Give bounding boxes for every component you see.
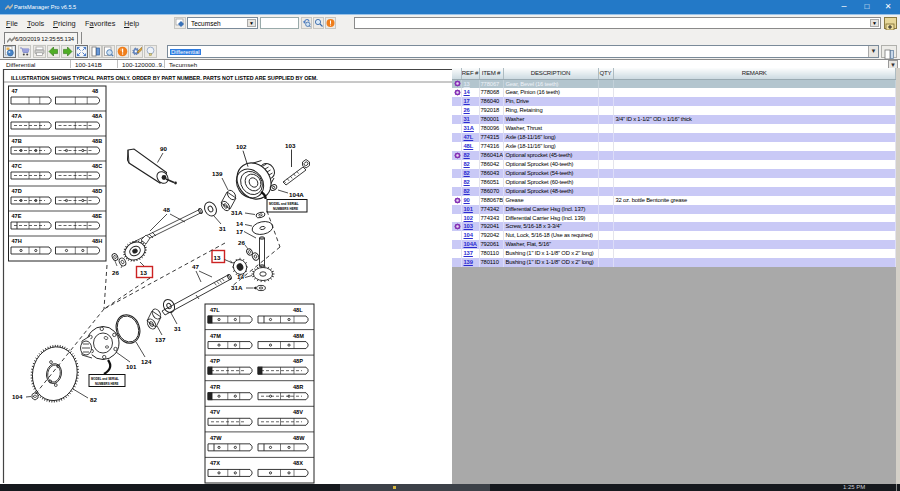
svg-text:48: 48 (163, 206, 170, 213)
svg-text:48V: 48V (293, 409, 303, 415)
svg-text:48: 48 (92, 88, 98, 94)
svg-text:47E: 47E (12, 213, 22, 219)
svg-text:47C: 47C (12, 163, 22, 169)
svg-text:48E: 48E (92, 213, 102, 219)
svg-text:17: 17 (236, 228, 243, 235)
svg-text:47R: 47R (210, 384, 220, 390)
svg-text:48B: 48B (92, 138, 102, 144)
svg-text:47: 47 (192, 263, 199, 270)
svg-text:48W: 48W (293, 435, 305, 441)
svg-text:31: 31 (219, 225, 226, 232)
svg-text:102: 102 (236, 143, 247, 150)
svg-text:82: 82 (90, 396, 97, 403)
svg-text:14: 14 (236, 220, 243, 227)
svg-text:47H: 47H (12, 238, 22, 244)
svg-text:47B: 47B (12, 138, 22, 144)
svg-text:101: 101 (126, 363, 137, 370)
svg-text:48H: 48H (92, 238, 102, 244)
svg-text:MODEL and SERIAL: MODEL and SERIAL (91, 377, 119, 381)
svg-text:48C: 48C (92, 163, 102, 169)
svg-text:139: 139 (212, 170, 223, 177)
svg-text:47V: 47V (210, 409, 220, 415)
svg-text:13: 13 (214, 254, 221, 261)
svg-text:MODEL and SERIAL: MODEL and SERIAL (269, 202, 299, 206)
svg-text:NUMBERS HERE: NUMBERS HERE (95, 382, 119, 386)
svg-text:47M: 47M (210, 333, 221, 339)
svg-text:104A: 104A (289, 191, 304, 198)
svg-text:31A: 31A (231, 284, 243, 291)
svg-text:137: 137 (155, 336, 166, 343)
svg-text:48A: 48A (92, 113, 102, 119)
svg-text:13: 13 (140, 269, 147, 276)
svg-text:47L: 47L (210, 307, 220, 313)
svg-text:90: 90 (160, 145, 167, 152)
svg-text:26: 26 (238, 239, 245, 246)
svg-text:48P: 48P (293, 358, 303, 364)
svg-text:47P: 47P (210, 358, 220, 364)
svg-text:48X: 48X (293, 460, 303, 466)
svg-text:31A: 31A (231, 209, 243, 216)
svg-text:48D: 48D (92, 188, 102, 194)
svg-text:103: 103 (285, 142, 296, 149)
svg-text:31: 31 (174, 325, 181, 332)
svg-text:47: 47 (12, 88, 18, 94)
svg-text:47A: 47A (12, 113, 22, 119)
svg-text:47W: 47W (210, 435, 222, 441)
svg-text:104: 104 (12, 393, 23, 400)
svg-text:124: 124 (141, 358, 152, 365)
svg-text:48L: 48L (293, 307, 303, 313)
svg-text:48R: 48R (293, 384, 303, 390)
svg-text:47X: 47X (210, 460, 220, 466)
svg-text:NUMBERS HERE: NUMBERS HERE (273, 207, 298, 211)
svg-text:48M: 48M (293, 333, 304, 339)
svg-text:ILLUSTRATION SHOWS TYPICAL PAR: ILLUSTRATION SHOWS TYPICAL PARTS ONLY. O… (11, 75, 318, 81)
svg-text:47D: 47D (12, 188, 22, 194)
svg-text:26: 26 (112, 269, 119, 276)
